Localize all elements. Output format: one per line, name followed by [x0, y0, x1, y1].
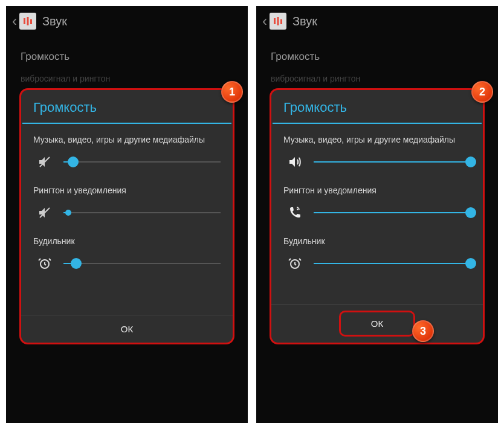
- media-volume-group: Музыка, видео, игры и другие медиафайлы: [283, 135, 471, 170]
- ok-button[interactable]: ОК: [339, 311, 415, 337]
- phone-screenshot-right: ‹ Звук Громкость вибросигнал и рингтон Г…: [256, 6, 498, 423]
- alarm-volume-group: Будильник: [33, 236, 221, 271]
- app-header: ‹ Звук: [6, 6, 248, 36]
- speaker-icon: [287, 154, 303, 170]
- volume-dialog: Громкость Музыка, видео, игры и другие м…: [19, 88, 234, 344]
- phone-ringing-icon: [287, 205, 303, 221]
- media-volume-slider[interactable]: [63, 156, 221, 168]
- ringtone-volume-label: Рингтон и уведомления: [33, 185, 221, 195]
- alarm-volume-group: Будильник: [283, 236, 471, 271]
- section-volume-label: Громкость: [6, 36, 248, 68]
- step-badge-1: 1: [221, 81, 243, 103]
- dialog-footer: ОК: [271, 304, 483, 343]
- speaker-muted-icon: [37, 154, 53, 170]
- media-volume-slider[interactable]: [314, 156, 471, 168]
- alarm-volume-label: Будильник: [283, 236, 471, 246]
- dialog-body: Музыка, видео, игры и другие медиафайлы …: [271, 124, 483, 304]
- volume-dialog: Громкость Музыка, видео, игры и другие м…: [270, 88, 485, 344]
- ringtone-volume-slider[interactable]: [63, 207, 221, 219]
- step-badge-2: 2: [471, 81, 493, 103]
- dimmed-setting-row: вибросигнал и рингтон: [6, 68, 248, 86]
- media-volume-group: Музыка, видео, игры и другие медиафайлы: [33, 135, 221, 170]
- dialog-title: Громкость: [21, 90, 233, 123]
- dialog-title: Громкость: [271, 90, 483, 123]
- media-volume-label: Музыка, видео, игры и другие медиафайлы: [283, 135, 471, 144]
- header-title: Звук: [42, 15, 67, 28]
- equalizer-icon: [19, 13, 36, 30]
- dimmed-setting-row: вибросигнал и рингтон: [256, 68, 498, 86]
- alarm-volume-slider[interactable]: [314, 257, 471, 269]
- equalizer-icon: [270, 13, 286, 30]
- ringtone-volume-slider[interactable]: [314, 207, 471, 219]
- svg-rect-0: [24, 18, 25, 24]
- ringtone-volume-label: Рингтон и уведомления: [283, 185, 471, 195]
- dialog-body: Музыка, видео, игры и другие медиафайлы …: [21, 124, 233, 315]
- alarm-volume-label: Будильник: [33, 236, 221, 246]
- alarm-clock-icon: [287, 256, 303, 271]
- ok-button[interactable]: ОК: [21, 315, 233, 343]
- app-header: ‹ Звук: [256, 6, 498, 36]
- phone-screenshot-left: ‹ Звук Громкость вибросигнал и рингтон Г…: [6, 6, 248, 423]
- section-volume-label: Громкость: [256, 36, 498, 68]
- back-icon[interactable]: ‹: [12, 13, 17, 30]
- speaker-muted-icon: [37, 205, 53, 221]
- alarm-volume-slider[interactable]: [63, 257, 221, 269]
- ringtone-volume-group: Рингтон и уведомления: [283, 185, 471, 221]
- svg-rect-8: [280, 19, 282, 24]
- header-title: Звук: [292, 15, 317, 28]
- svg-rect-2: [30, 19, 32, 24]
- media-volume-label: Музыка, видео, игры и другие медиафайлы: [33, 135, 221, 144]
- alarm-clock-icon: [37, 256, 53, 271]
- svg-rect-1: [27, 17, 29, 25]
- ringtone-volume-group: Рингтон и уведомления: [33, 185, 221, 221]
- step-badge-3: 3: [412, 320, 434, 342]
- svg-rect-7: [277, 17, 279, 25]
- back-icon[interactable]: ‹: [262, 13, 267, 30]
- svg-rect-6: [274, 18, 276, 24]
